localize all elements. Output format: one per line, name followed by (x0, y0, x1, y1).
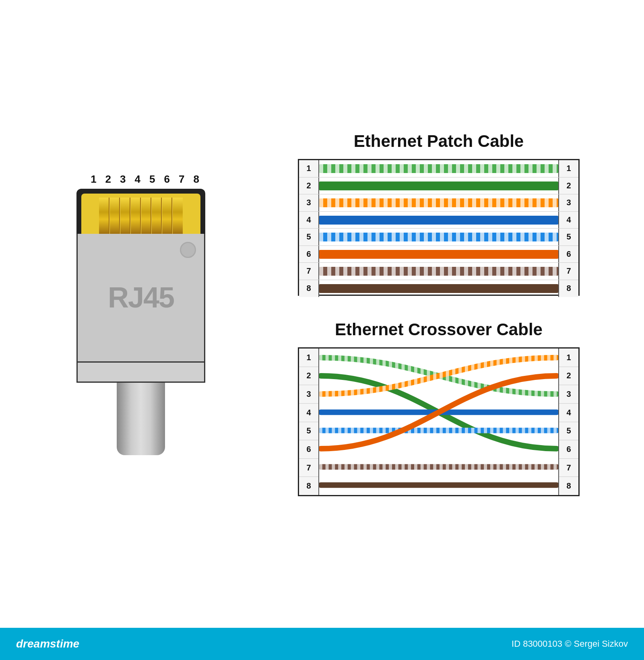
cross-left-8: 8 (299, 477, 318, 495)
pin-left-5: 5 (299, 229, 319, 245)
contact-pin-4 (130, 198, 141, 234)
crossover-cable-wires: 1 2 3 4 5 6 7 8 (298, 347, 580, 496)
wire-row-4: 4 4 (299, 212, 578, 229)
svg-rect-6 (319, 198, 558, 207)
connector-plastic: RJ45 (76, 234, 205, 363)
contact-pin-8 (172, 198, 183, 234)
pin-left-4: 4 (299, 212, 319, 229)
pin-num-7: 7 (179, 173, 184, 186)
cross-left-1: 1 (299, 349, 318, 367)
pin-left-6: 6 (299, 246, 319, 263)
image-id-number: 83000103 (523, 639, 562, 649)
pin-right-2: 2 (558, 177, 578, 194)
cross-right-5: 5 (559, 422, 578, 441)
cross-left-5: 5 (299, 422, 318, 441)
wire-track-1 (319, 160, 558, 177)
bottom-bar: dreamstime ID 83000103 © Sergei Sizkov (0, 628, 644, 660)
contact-pin-5 (141, 198, 151, 234)
connector-ledge (76, 363, 205, 383)
crossover-cable-diagram: Ethernet Crossover Cable 1 2 3 4 5 6 7 8 (298, 320, 580, 496)
contact-pin-1 (99, 198, 109, 234)
pin-num-4: 4 (135, 173, 140, 186)
connector-body: RJ45 (76, 189, 205, 383)
copyright-symbol: © (565, 639, 574, 649)
bottom-bar-right: ID 83000103 © Sergei Sizkov (512, 639, 628, 649)
pin-right-7: 7 (558, 263, 578, 280)
pin-right-8: 8 (558, 280, 578, 297)
dreamstime-logo: dreamstime (16, 637, 79, 650)
pin-right-6: 6 (558, 246, 578, 263)
cross-right-7: 7 (559, 459, 578, 477)
svg-rect-11 (319, 250, 558, 259)
wire-row-3: 3 3 (299, 194, 578, 212)
connector-shell (76, 189, 205, 234)
pin-left-7: 7 (299, 263, 319, 280)
pin-left-8: 8 (299, 280, 319, 297)
wire-row-6: 6 6 (299, 246, 578, 263)
pin-right-4: 4 (558, 212, 578, 229)
crossover-cable-title: Ethernet Crossover Cable (298, 320, 580, 339)
pin-num-3: 3 (120, 173, 126, 186)
contact-pin-6 (151, 198, 162, 234)
connector-circle (180, 242, 196, 258)
pin-num-5: 5 (149, 173, 155, 186)
wire-row-5: 5 5 (299, 229, 578, 246)
pin-right-5: 5 (558, 229, 578, 245)
main-content: 1 2 3 4 5 6 7 8 (0, 0, 644, 628)
cable-body (117, 383, 165, 455)
contact-pin-2 (109, 198, 120, 234)
contacts-area (81, 194, 200, 234)
rj45-label: RJ45 (108, 281, 174, 314)
svg-rect-15 (319, 284, 558, 293)
wire-row-2: 2 2 (299, 177, 578, 195)
wire-row-7: 7 7 (299, 263, 578, 280)
pin-left-2: 2 (299, 177, 319, 194)
diagrams-section: Ethernet Patch Cable 1 (278, 132, 600, 496)
author-name: Sergei Sizkov (574, 639, 628, 649)
pin-num-6: 6 (164, 173, 169, 186)
wire-track-3 (319, 194, 558, 211)
patch-cable-wires: 1 1 (298, 159, 580, 296)
wire-track-7 (319, 263, 558, 280)
crossover-svg (299, 349, 578, 495)
svg-rect-7 (319, 216, 558, 225)
pin-num-8: 8 (193, 173, 199, 186)
svg-rect-10 (319, 233, 558, 241)
pin-numbers-row: 1 2 3 4 5 6 7 8 (83, 173, 199, 186)
cross-right-1: 1 (559, 349, 578, 367)
svg-rect-2 (319, 164, 558, 173)
svg-rect-3 (319, 182, 558, 190)
pin-num-2: 2 (105, 173, 111, 186)
wire-row-8: 8 8 (299, 280, 578, 297)
crossover-left-labels: 1 2 3 4 5 6 7 8 (299, 349, 319, 495)
svg-rect-14 (319, 267, 558, 276)
cross-left-4: 4 (299, 404, 318, 422)
crossover-right-labels: 1 2 3 4 5 6 7 8 (558, 349, 578, 495)
contact-pin-7 (162, 198, 172, 234)
contact-pin-3 (120, 198, 130, 234)
cross-right-3: 3 (559, 385, 578, 404)
cross-left-7: 7 (299, 459, 318, 477)
patch-cable-diagram: Ethernet Patch Cable 1 (298, 132, 580, 296)
cross-left-3: 3 (299, 385, 318, 404)
bottom-bar-left: dreamstime (16, 637, 79, 650)
pin-num-1: 1 (91, 173, 96, 186)
cross-right-6: 6 (559, 440, 578, 459)
cross-right-2: 2 (559, 367, 578, 386)
cross-left-2: 2 (299, 367, 318, 386)
cross-right-8: 8 (559, 477, 578, 495)
rj45-section: 1 2 3 4 5 6 7 8 (44, 173, 237, 455)
wire-track-8 (319, 280, 558, 297)
wire-track-6 (319, 246, 558, 263)
cross-left-6: 6 (299, 440, 318, 459)
wire-row-1: 1 1 (299, 160, 578, 177)
wire-track-5 (319, 229, 558, 245)
image-id-label: ID (512, 639, 523, 649)
pin-right-3: 3 (558, 194, 578, 211)
wire-track-4 (319, 212, 558, 229)
pin-left-1: 1 (299, 160, 319, 177)
wire-track-2 (319, 177, 558, 194)
pin-right-1: 1 (558, 160, 578, 177)
pin-left-3: 3 (299, 194, 319, 211)
cross-right-4: 4 (559, 404, 578, 422)
